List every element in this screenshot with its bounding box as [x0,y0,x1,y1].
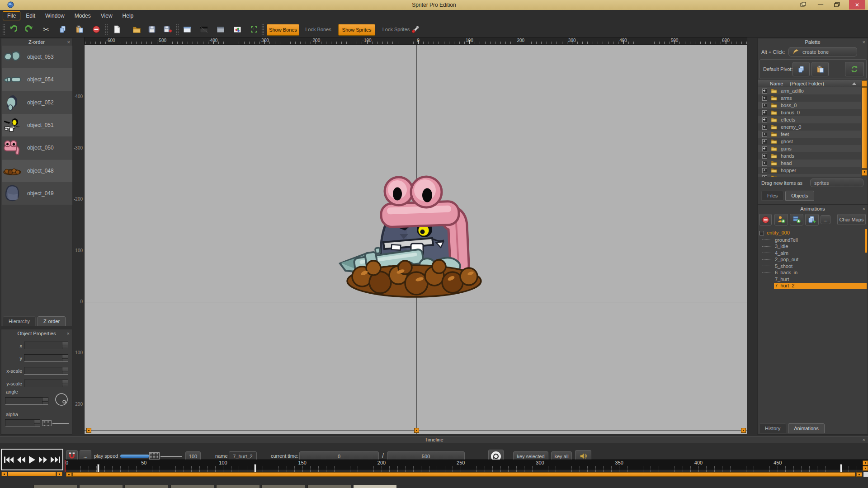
expand-plus-icon[interactable] [762,146,767,151]
x-input[interactable] [24,342,68,349]
play-speed-handle[interactable] [149,452,160,460]
tab-history[interactable]: History [759,423,786,433]
show-bones-toggle[interactable]: Show Bones [267,24,299,36]
folder-scroll-top-button[interactable] [862,80,867,87]
animations-scrollbar[interactable] [865,229,867,253]
open-file-icon[interactable] [130,23,143,36]
folder-row[interactable]: guns [758,145,861,152]
folder-scrollbar-thumb[interactable] [862,87,867,169]
animation-item[interactable]: 2_pop_out [775,257,798,263]
folder-row[interactable]: ghost [758,138,861,145]
expand-plus-icon[interactable] [762,89,767,94]
folder-row[interactable]: arm_adillo [758,87,861,94]
angle-dial[interactable] [55,393,68,406]
animation-item[interactable]: 5_shoot [775,263,793,269]
y-input[interactable] [24,354,68,362]
toolbar-options-icon[interactable] [799,1,807,8]
folder-row[interactable]: enemy_0 [758,123,861,131]
paste-pivot-button[interactable] [811,62,829,76]
character-sprite[interactable] [337,174,491,305]
timeline-scroll-left-button[interactable] [66,472,72,477]
x-spinner[interactable] [62,342,68,349]
fast-forward-button[interactable] [38,456,48,464]
cut-icon[interactable]: ✂ [40,23,52,36]
menu-item-edit[interactable]: Edit [21,11,40,20]
animations-close-icon[interactable]: × [863,206,865,211]
refresh-pivot-button[interactable] [845,62,864,76]
folder-row[interactable]: hands [758,152,861,160]
zorder-row[interactable]: object_054 [2,68,72,91]
entity-collapse-icon[interactable] [760,231,764,235]
keyframe-marker[interactable] [840,464,842,472]
angle-input[interactable] [5,397,48,405]
expand-plus-icon[interactable] [762,103,767,108]
duplicate-animation-button[interactable] [805,214,819,225]
zorder-row[interactable]: object_052 [2,91,72,114]
y-scale-input[interactable] [24,380,68,387]
expand-plus-icon[interactable] [762,154,767,159]
menu-item-window[interactable]: Window [41,11,69,20]
tab-z-order[interactable]: Z-order [38,316,66,326]
keyframe-marker[interactable] [97,464,99,472]
alpha-spinner[interactable] [34,420,40,427]
transport-scrollbar[interactable] [8,472,56,476]
keyframe-marker[interactable] [254,464,256,472]
timeline-ruler[interactable]: 050100150200250300350400450 [65,460,868,472]
new-file-icon[interactable] [110,23,123,36]
expand-plus-icon[interactable] [762,125,767,130]
add-entity-button[interactable] [790,214,803,225]
timeline-scrollbar[interactable] [72,472,855,477]
angle-spinner[interactable] [42,398,48,404]
color-settings-icon[interactable] [231,23,244,36]
create-bone-dropdown[interactable]: create bone [788,47,857,56]
menu-item-help[interactable]: Help [118,11,138,20]
expand-plus-icon[interactable] [762,168,767,173]
play-button[interactable] [28,455,36,464]
zorder-row[interactable]: object_053 [2,46,72,68]
play-speed-filled-track[interactable] [120,455,149,458]
show-sprites-toggle[interactable]: Show Sprites [338,24,375,36]
object-properties-close-icon[interactable]: × [67,331,70,336]
y-scale-spinner[interactable] [62,380,68,387]
canvas-viewport[interactable] [84,44,747,434]
panel-layout-2-icon[interactable] [198,23,210,36]
animations-more-button[interactable]: ... [821,215,830,224]
copy-pivot-button[interactable] [793,62,810,76]
expand-plus-icon[interactable] [762,175,767,177]
fullscreen-icon[interactable] [248,23,260,36]
save-icon[interactable] [146,23,158,36]
expand-plus-icon[interactable] [762,110,767,115]
delete-animation-button[interactable] [759,214,772,225]
panel-layout-1-icon[interactable] [181,23,193,36]
timeline-vscroll-down-button[interactable] [863,466,868,471]
lock-bones-toggle[interactable]: Lock Bones [301,24,335,35]
skip-to-end-button[interactable] [50,456,61,464]
canvas-scroll-marker-right[interactable] [741,428,746,433]
alpha-slider-track[interactable] [52,423,69,424]
transport-scroll-left-button[interactable] [1,472,7,476]
expand-plus-icon[interactable] [762,161,767,166]
timeline-close-icon[interactable]: × [863,437,865,442]
canvas-scroll-marker-center[interactable] [414,428,419,433]
folder-row[interactable]: feet [758,131,861,138]
minimize-button[interactable]: — [815,0,826,9]
entity-name[interactable]: entity_000 [767,230,790,235]
transport-scroll-right-button[interactable] [57,472,62,476]
expand-plus-icon[interactable] [762,132,767,137]
zorder-row[interactable]: object_051 [2,114,72,136]
copy-icon[interactable] [57,23,69,36]
zorder-close-icon[interactable]: × [67,40,70,44]
bone-tool-icon[interactable] [409,23,422,36]
folder-row[interactable]: arms [758,94,861,102]
x-scale-spinner[interactable] [62,367,68,374]
panel-layout-3-icon[interactable] [214,23,227,36]
tab-files[interactable]: Files [761,191,783,201]
folder-row[interactable]: boss_0 [758,102,861,109]
rewind-button[interactable] [16,456,26,464]
expand-plus-icon[interactable] [762,96,767,101]
folder-row[interactable]: hopper [758,167,861,174]
menu-item-modes[interactable]: Modes [70,11,95,20]
expand-plus-icon[interactable] [762,117,767,122]
animation-item[interactable]: 3_idle [775,244,788,249]
zorder-row[interactable]: object_050 [2,136,72,159]
